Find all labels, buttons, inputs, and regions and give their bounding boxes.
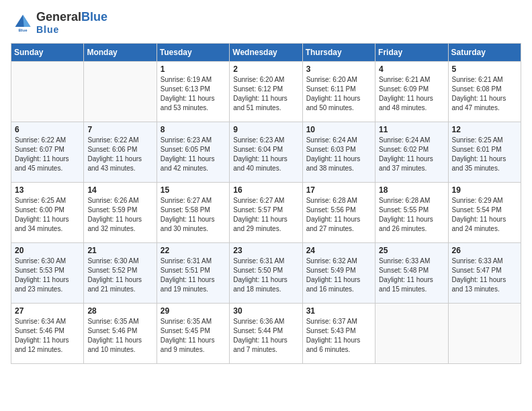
- logo-tagline: Blue: [36, 24, 107, 35]
- logo-blue: Blue: [81, 10, 107, 24]
- day-info: Sunrise: 6:22 AMSunset: 6:07 PMDaylight:…: [15, 136, 80, 173]
- day-number: 16: [233, 185, 298, 195]
- day-info: Sunrise: 6:24 AMSunset: 6:03 PMDaylight:…: [306, 136, 371, 173]
- calendar-cell: 16Sunrise: 6:27 AMSunset: 5:57 PMDayligh…: [230, 183, 302, 243]
- calendar-cell: 3Sunrise: 6:20 AMSunset: 6:11 PMDaylight…: [302, 62, 375, 122]
- calendar-cell: 22Sunrise: 6:31 AMSunset: 5:51 PMDayligh…: [157, 243, 229, 304]
- day-number: 18: [379, 185, 444, 195]
- day-number: 9: [233, 125, 298, 134]
- calendar-cell: 30Sunrise: 6:36 AMSunset: 5:44 PMDayligh…: [230, 304, 302, 364]
- calendar-cell: 14Sunrise: 6:26 AMSunset: 5:59 PMDayligh…: [84, 183, 157, 243]
- day-info: Sunrise: 6:30 AMSunset: 5:52 PMDaylight:…: [87, 257, 152, 294]
- day-info: Sunrise: 6:34 AMSunset: 5:46 PMDaylight:…: [15, 317, 80, 355]
- day-info: Sunrise: 6:24 AMSunset: 6:02 PMDaylight:…: [379, 136, 444, 173]
- day-number: 28: [87, 306, 152, 316]
- calendar-cell: 24Sunrise: 6:32 AMSunset: 5:49 PMDayligh…: [302, 243, 375, 304]
- day-info: Sunrise: 6:30 AMSunset: 5:53 PMDaylight:…: [15, 257, 80, 294]
- day-number: 24: [306, 246, 371, 255]
- weekday-header: Thursday: [302, 44, 375, 62]
- calendar-table: SundayMondayTuesdayWednesdayThursdayFrid…: [11, 43, 521, 364]
- logo-general: General: [36, 10, 81, 24]
- logo: Blue GeneralBlue Blue: [11, 11, 107, 35]
- calendar-cell: 10Sunrise: 6:24 AMSunset: 6:03 PMDayligh…: [302, 122, 375, 183]
- day-info: Sunrise: 6:28 AMSunset: 5:56 PMDaylight:…: [306, 196, 371, 234]
- day-number: 22: [161, 246, 226, 255]
- day-info: Sunrise: 6:33 AMSunset: 5:47 PMDaylight:…: [452, 257, 517, 294]
- calendar-cell: 28Sunrise: 6:35 AMSunset: 5:46 PMDayligh…: [84, 304, 157, 364]
- calendar-cell: 19Sunrise: 6:29 AMSunset: 5:54 PMDayligh…: [448, 183, 521, 243]
- weekday-header: Saturday: [448, 44, 521, 62]
- day-info: Sunrise: 6:25 AMSunset: 6:01 PMDaylight:…: [452, 136, 517, 173]
- day-number: 12: [452, 125, 517, 134]
- day-number: 14: [87, 185, 152, 195]
- weekday-header: Sunday: [11, 44, 84, 62]
- logo-icon: Blue: [11, 11, 35, 35]
- day-number: 19: [452, 185, 517, 195]
- day-number: 6: [15, 125, 80, 134]
- calendar-cell: 20Sunrise: 6:30 AMSunset: 5:53 PMDayligh…: [11, 243, 84, 304]
- day-number: 21: [87, 246, 152, 255]
- calendar-cell: 6Sunrise: 6:22 AMSunset: 6:07 PMDaylight…: [11, 122, 84, 183]
- calendar-week-row: 6Sunrise: 6:22 AMSunset: 6:07 PMDaylight…: [11, 122, 521, 183]
- day-number: 3: [306, 64, 371, 74]
- day-info: Sunrise: 6:31 AMSunset: 5:51 PMDaylight:…: [161, 257, 226, 294]
- day-info: Sunrise: 6:21 AMSunset: 6:09 PMDaylight:…: [379, 75, 444, 113]
- day-number: 20: [15, 246, 80, 255]
- weekday-header: Tuesday: [157, 44, 229, 62]
- calendar-cell: 9Sunrise: 6:23 AMSunset: 6:04 PMDaylight…: [230, 122, 302, 183]
- day-number: 15: [161, 185, 226, 195]
- day-number: 7: [87, 125, 152, 134]
- day-info: Sunrise: 6:31 AMSunset: 5:50 PMDaylight:…: [233, 257, 298, 294]
- calendar-cell: 12Sunrise: 6:25 AMSunset: 6:01 PMDayligh…: [448, 122, 521, 183]
- day-number: 29: [161, 306, 226, 316]
- day-number: 1: [161, 64, 226, 74]
- calendar-week-row: 13Sunrise: 6:25 AMSunset: 6:00 PMDayligh…: [11, 183, 521, 243]
- calendar-cell: [11, 62, 84, 122]
- day-info: Sunrise: 6:22 AMSunset: 6:06 PMDaylight:…: [87, 136, 152, 173]
- day-info: Sunrise: 6:19 AMSunset: 6:13 PMDaylight:…: [161, 75, 226, 113]
- day-number: 31: [306, 306, 371, 316]
- calendar-cell: 5Sunrise: 6:21 AMSunset: 6:08 PMDaylight…: [448, 62, 521, 122]
- day-info: Sunrise: 6:35 AMSunset: 5:45 PMDaylight:…: [161, 317, 226, 355]
- day-number: 26: [452, 246, 517, 255]
- calendar-cell: [375, 304, 448, 364]
- day-number: 27: [15, 306, 80, 316]
- day-info: Sunrise: 6:23 AMSunset: 6:05 PMDaylight:…: [161, 136, 226, 173]
- day-number: 11: [379, 125, 444, 134]
- day-number: 10: [306, 125, 371, 134]
- calendar-header-row: SundayMondayTuesdayWednesdayThursdayFrid…: [11, 44, 521, 62]
- calendar-cell: 23Sunrise: 6:31 AMSunset: 5:50 PMDayligh…: [230, 243, 302, 304]
- calendar-cell: 4Sunrise: 6:21 AMSunset: 6:09 PMDaylight…: [375, 62, 448, 122]
- calendar-cell: 1Sunrise: 6:19 AMSunset: 6:13 PMDaylight…: [157, 62, 229, 122]
- day-info: Sunrise: 6:35 AMSunset: 5:46 PMDaylight:…: [87, 317, 152, 355]
- calendar-cell: 21Sunrise: 6:30 AMSunset: 5:52 PMDayligh…: [84, 243, 157, 304]
- calendar-cell: 26Sunrise: 6:33 AMSunset: 5:47 PMDayligh…: [448, 243, 521, 304]
- calendar-cell: 17Sunrise: 6:28 AMSunset: 5:56 PMDayligh…: [302, 183, 375, 243]
- calendar-cell: [448, 304, 521, 364]
- calendar-week-row: 20Sunrise: 6:30 AMSunset: 5:53 PMDayligh…: [11, 243, 521, 304]
- weekday-header: Friday: [375, 44, 448, 62]
- day-number: 25: [379, 246, 444, 255]
- calendar-cell: 18Sunrise: 6:28 AMSunset: 5:55 PMDayligh…: [375, 183, 448, 243]
- day-info: Sunrise: 6:36 AMSunset: 5:44 PMDaylight:…: [233, 317, 298, 355]
- page-header: Blue GeneralBlue Blue: [11, 11, 521, 35]
- day-info: Sunrise: 6:21 AMSunset: 6:08 PMDaylight:…: [452, 75, 517, 113]
- day-number: 13: [15, 185, 80, 195]
- day-number: 17: [306, 185, 371, 195]
- calendar-cell: 27Sunrise: 6:34 AMSunset: 5:46 PMDayligh…: [11, 304, 84, 364]
- svg-text:Blue: Blue: [18, 28, 28, 32]
- day-info: Sunrise: 6:33 AMSunset: 5:48 PMDaylight:…: [379, 257, 444, 294]
- day-number: 4: [379, 64, 444, 74]
- calendar-cell: 11Sunrise: 6:24 AMSunset: 6:02 PMDayligh…: [375, 122, 448, 183]
- day-info: Sunrise: 6:25 AMSunset: 6:00 PMDaylight:…: [15, 196, 80, 234]
- calendar-cell: 31Sunrise: 6:37 AMSunset: 5:43 PMDayligh…: [302, 304, 375, 364]
- weekday-header: Wednesday: [230, 44, 302, 62]
- calendar-week-row: 27Sunrise: 6:34 AMSunset: 5:46 PMDayligh…: [11, 304, 521, 364]
- calendar-cell: 13Sunrise: 6:25 AMSunset: 6:00 PMDayligh…: [11, 183, 84, 243]
- day-number: 5: [452, 64, 517, 74]
- day-info: Sunrise: 6:27 AMSunset: 5:57 PMDaylight:…: [233, 196, 298, 234]
- day-info: Sunrise: 6:27 AMSunset: 5:58 PMDaylight:…: [161, 196, 226, 234]
- day-info: Sunrise: 6:32 AMSunset: 5:49 PMDaylight:…: [306, 257, 371, 294]
- day-info: Sunrise: 6:26 AMSunset: 5:59 PMDaylight:…: [87, 196, 152, 234]
- day-number: 2: [233, 64, 298, 74]
